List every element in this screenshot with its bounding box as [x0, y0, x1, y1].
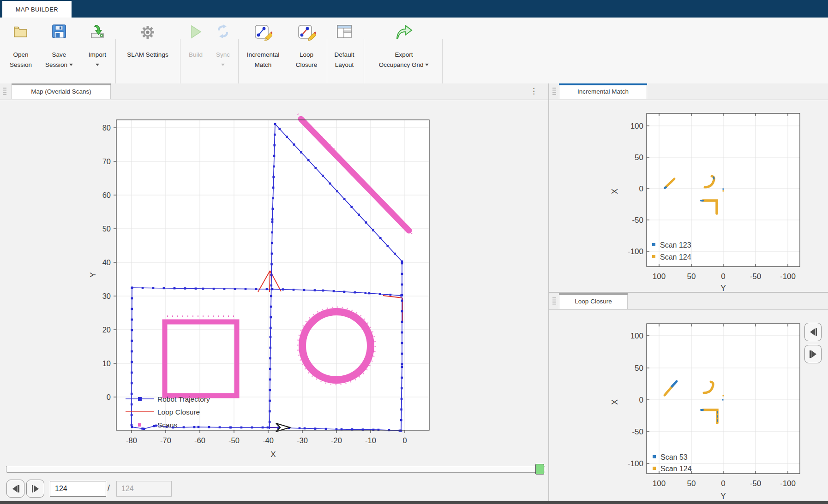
sync-label: Sync — [210, 51, 235, 59]
svg-text:-100: -100 — [628, 459, 643, 468]
y-axis-label: X — [610, 399, 619, 405]
svg-text:-70: -70 — [160, 436, 171, 445]
scan-slider[interactable] — [6, 466, 545, 473]
svg-text:-80: -80 — [126, 436, 137, 445]
svg-text:100: 100 — [630, 332, 643, 340]
svg-text:Scan 124: Scan 124 — [660, 465, 692, 473]
svg-text:30: 30 — [102, 292, 111, 300]
open-session-button[interactable]: Open Session — [6, 22, 36, 80]
slam-settings-button[interactable]: SLAM Settings — [119, 22, 176, 80]
svg-text:-100: -100 — [780, 272, 796, 281]
scan-count-separator: / — [108, 483, 110, 493]
svg-text:-100: -100 — [780, 479, 796, 488]
gear-icon — [139, 24, 156, 42]
svg-text:50: 50 — [635, 153, 643, 162]
map-plot[interactable]: 80706050403020100 -80-70-60-50-40-30-20-… — [0, 83, 548, 462]
import-dropdown-icon[interactable] — [96, 64, 99, 66]
x-tick-labels: 100500-50-100 — [653, 272, 796, 281]
tab-map-builder[interactable]: MAP BUILDER — [2, 1, 72, 18]
svg-text:Scan 123: Scan 123 — [660, 241, 691, 249]
open-session-label2: Session — [6, 61, 36, 69]
previous-scan-button[interactable] — [6, 480, 24, 498]
svg-text:50: 50 — [687, 479, 696, 488]
default-layout-label: Default — [330, 51, 359, 59]
svg-text:0: 0 — [402, 436, 407, 445]
import-button[interactable]: Import — [84, 22, 111, 80]
loop-closure-label2: Closure — [289, 61, 324, 69]
default-layout-icon — [336, 24, 353, 42]
slam-map-builder-app: MAP BUILDER Open Session Save Session Im… — [0, 0, 828, 504]
svg-text:Scans: Scans — [157, 421, 177, 429]
scan-slider-thumb[interactable] — [535, 464, 544, 474]
svg-text:0: 0 — [107, 393, 111, 401]
panel-splitter-horizontal[interactable] — [549, 292, 828, 293]
next-loop-closure-button[interactable] — [804, 345, 822, 363]
svg-text:Scan 53: Scan 53 — [660, 453, 688, 461]
y-tick-labels: 80706050403020100 — [102, 124, 111, 401]
x-tick-labels: -80-70-60-50-40-30-20-100 — [126, 436, 407, 445]
svg-text:Scan 124: Scan 124 — [660, 253, 691, 261]
svg-text:-50: -50 — [750, 272, 762, 281]
export-icon — [394, 24, 414, 42]
current-scan-input[interactable]: 124 — [50, 481, 106, 497]
step-forward-icon — [808, 350, 818, 359]
save-session-button[interactable]: Save Session — [39, 22, 79, 80]
svg-text:-50: -50 — [632, 427, 643, 436]
build-label: Build — [184, 51, 208, 59]
save-session-label2: Session — [39, 61, 79, 69]
svg-text:10: 10 — [102, 359, 111, 368]
next-scan-button[interactable] — [26, 480, 44, 498]
svg-text:-50: -50 — [750, 479, 762, 488]
loop-closure-button[interactable]: Loop Closure — [289, 22, 324, 80]
loop-closure-plot[interactable]: 100500-50-100 100500-50-100 Y X Scan 53 … — [549, 293, 828, 501]
x-axis-label: Y — [720, 284, 726, 293]
x-tick-labels: 100500-50-100 — [653, 479, 796, 488]
default-layout-label2: Layout — [330, 61, 359, 69]
svg-text:-30: -30 — [297, 436, 308, 445]
incremental-match-label2: Match — [241, 61, 285, 69]
svg-text:Robot Trajectory: Robot Trajectory — [157, 395, 210, 403]
save-floppy-icon — [51, 24, 67, 42]
open-session-label: Open — [6, 51, 36, 59]
sync-icon — [215, 24, 231, 42]
previous-loop-closure-button[interactable] — [804, 323, 822, 341]
ribbon-tab-strip: MAP BUILDER — [0, 0, 828, 18]
svg-text:0: 0 — [639, 396, 643, 404]
svg-text:20: 20 — [102, 326, 111, 334]
sync-dropdown-icon — [221, 64, 225, 66]
export-occupancy-grid-button[interactable]: Export Occupancy Grid — [367, 22, 440, 80]
incremental-match-button[interactable]: Incremental Match — [241, 22, 285, 80]
svg-text:40: 40 — [102, 258, 111, 267]
svg-text:-20: -20 — [331, 436, 342, 445]
svg-text:50: 50 — [635, 364, 643, 373]
svg-text:80: 80 — [102, 124, 111, 132]
loop-closure-icon — [297, 24, 316, 45]
svg-text:0: 0 — [721, 272, 725, 281]
export-label2: Occupancy Grid — [367, 61, 440, 69]
step-back-icon — [11, 484, 21, 493]
svg-text:60: 60 — [102, 191, 111, 199]
svg-text:-10: -10 — [365, 436, 376, 445]
incremental-match-icon — [254, 24, 272, 45]
svg-text:100: 100 — [653, 479, 666, 488]
y-tick-labels: 100500-50-100 — [628, 332, 643, 468]
svg-text:-60: -60 — [194, 436, 205, 445]
build-button[interactable]: Build — [184, 22, 208, 80]
svg-text:70: 70 — [102, 157, 111, 166]
svg-text:0: 0 — [639, 184, 643, 193]
slam-settings-label: SLAM Settings — [119, 51, 176, 59]
total-scans-field: 124 — [116, 481, 172, 497]
save-dropdown-icon[interactable] — [69, 64, 73, 66]
incremental-match-plot[interactable]: 100500-50-100 100500-50-100 Y X Scan 123… — [549, 83, 828, 293]
svg-text:100: 100 — [630, 122, 643, 130]
default-layout-button[interactable]: Default Layout — [330, 22, 359, 80]
svg-text:Loop Closure: Loop Closure — [157, 408, 200, 416]
svg-text:-40: -40 — [263, 436, 274, 445]
export-dropdown-icon[interactable] — [425, 64, 429, 66]
sync-button[interactable]: Sync — [210, 22, 235, 80]
svg-text:-50: -50 — [228, 436, 240, 445]
svg-text:50: 50 — [687, 272, 696, 281]
y-axis-label: Y — [89, 272, 97, 277]
import-label: Import — [84, 51, 111, 59]
step-forward-icon — [30, 484, 41, 493]
